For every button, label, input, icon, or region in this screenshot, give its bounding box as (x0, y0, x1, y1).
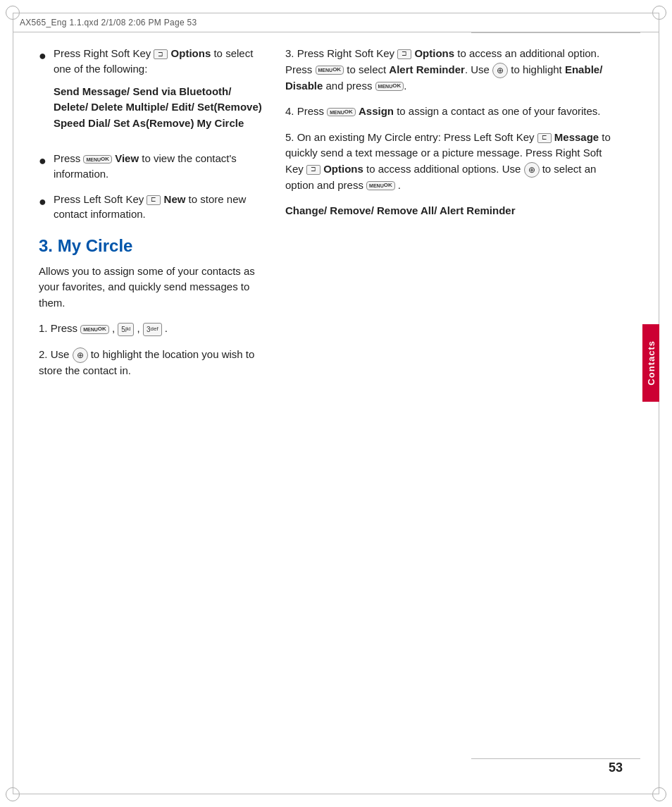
bullet-dot-2: ● (39, 152, 46, 170)
bullet2-intro: Press (54, 152, 84, 164)
bullet-item-options: ● Press Right Soft Key ⊐ Options to sele… (39, 46, 264, 141)
bullet1-intro: Press Right Soft Key (54, 47, 154, 59)
step5-bold1: Message (554, 131, 599, 143)
header-text: AX565_Eng 1.1.qxd 2/1/08 2:06 PM Page 53 (20, 18, 197, 27)
right-softkey-icon-2: ⊐ (397, 49, 411, 59)
step-5: 5. On an existing My Circle entry: Press… (285, 130, 616, 194)
main-content: ● Press Right Soft Key ⊐ Options to sele… (39, 39, 616, 758)
contacts-sidebar-label: Contacts (646, 340, 657, 386)
bullet-dot-1: ● (39, 47, 46, 65)
step3-bold2: Alert Reminder (389, 63, 465, 75)
section-para-mycircle: Allows you to assign some of your contac… (39, 264, 264, 312)
bullet3-bold: New (164, 193, 186, 205)
nav-icon-step5: ⊕ (524, 162, 540, 178)
step5-period: . (395, 179, 401, 191)
bullet-dot-3: ● (39, 192, 46, 211)
contacts-sidebar-tab: Contacts (642, 324, 659, 402)
bullet1-bold: Options (171, 47, 211, 59)
num-3def-btn: 3 def (143, 323, 162, 336)
menu-items-block: Send Message/ Send via Bluetooth/ Delete… (54, 84, 264, 132)
menu-items-text: Send Message/ Send via Bluetooth/ Delete… (54, 85, 262, 129)
step3-period: . (404, 80, 406, 92)
menu-ok-icon-step3b: MENUOK (375, 82, 404, 91)
step3-rest4: to highlight (508, 63, 565, 75)
menu-ok-icon-step4: MENUOK (327, 108, 356, 117)
header-bar: AX565_Eng 1.1.qxd 2/1/08 2:06 PM Page 53 (13, 13, 659, 32)
step3-rest3: . Use (465, 63, 492, 75)
step5-bold2: Options (323, 163, 363, 175)
bullet-item-view: ● Press MENUOK View to view the contact'… (39, 151, 264, 182)
step2-intro: 2. Use (39, 348, 73, 360)
step1-comma: , (109, 322, 118, 334)
step1-intro: 1. Press (39, 322, 80, 334)
left-softkey-icon-1: ⊏ (147, 195, 161, 205)
section-heading-mycircle: 3. My Circle (39, 236, 264, 257)
step3-bold1: Options (414, 47, 454, 59)
step-2: 2. Use ⊕ to highlight the location you w… (39, 347, 264, 379)
menu-ok-icon-step1: MENUOK (80, 325, 109, 334)
page-number: 53 (609, 760, 623, 775)
bullet3-intro: Press Left Soft Key (54, 193, 147, 205)
step3-intro: Press Right Soft Key (297, 47, 398, 59)
step5-num: 5. On an existing My Circle entry: Press… (285, 131, 537, 143)
bullet-item-new: ● Press Left Soft Key ⊏ New to store new… (39, 192, 264, 223)
nav-icon-step3: ⊕ (492, 63, 508, 78)
step1-comma2: , (134, 322, 143, 334)
top-right-line (471, 32, 640, 33)
step-1: 1. Press MENUOK , 5 jkl , 3 def . (39, 321, 264, 337)
step3-num: 3. (285, 47, 297, 59)
right-column: 3. Press Right Soft Key ⊐ Options to acc… (285, 39, 616, 758)
step-4: 4. Press MENUOK Assign to assign a conta… (285, 104, 616, 120)
step3-rest5: and press (323, 80, 375, 92)
change-remove-content: Change/ Remove/ Remove All/ Alert Remind… (285, 203, 616, 219)
step-4-content: 4. Press MENUOK Assign to assign a conta… (285, 104, 616, 120)
left-softkey-icon-2: ⊏ (537, 133, 552, 143)
step1-period: . (162, 322, 168, 334)
step4-rest: to assign a contact as one of your favor… (394, 105, 601, 117)
bullet2-bold: View (115, 152, 139, 164)
menu-ok-icon-view: MENUOK (83, 155, 112, 164)
bullet-content-1: Press Right Soft Key ⊐ Options to select… (54, 46, 264, 141)
step4-num: 4. Press (285, 105, 327, 117)
step-3: 3. Press Right Soft Key ⊐ Options to acc… (285, 46, 616, 94)
step-2-content: 2. Use ⊕ to highlight the location you w… (39, 347, 264, 379)
menu-ok-icon-step3a: MENUOK (316, 66, 344, 75)
num-5jkl-btn: 5 jkl (118, 323, 134, 336)
nav-icon-step2: ⊕ (73, 347, 88, 363)
right-softkey-icon-1: ⊐ (154, 49, 168, 59)
change-remove-block: Change/ Remove/ Remove All/ Alert Remind… (285, 203, 616, 219)
menu-ok-icon-step5: MENUOK (366, 181, 395, 190)
step-1-content: 1. Press MENUOK , 5 jkl , 3 def . (39, 321, 264, 337)
change-remove-text: Change/ Remove/ Remove All/ Alert Remind… (285, 204, 515, 216)
step3-rest2: to select (344, 63, 389, 75)
step4-bold1: Assign (359, 105, 394, 117)
right-softkey-icon-3: ⊐ (306, 165, 321, 175)
bottom-line (471, 758, 640, 759)
bullet-content-3: Press Left Soft Key ⊏ New to store new c… (54, 192, 264, 223)
left-column: ● Press Right Soft Key ⊐ Options to sele… (39, 39, 264, 758)
bullet-content-2: Press MENUOK View to view the contact's … (54, 151, 264, 182)
step-5-content: 5. On an existing My Circle entry: Press… (285, 130, 616, 194)
step5-rest2: to access additional options. Use (363, 163, 524, 175)
step-3-content: 3. Press Right Soft Key ⊐ Options to acc… (285, 46, 616, 94)
